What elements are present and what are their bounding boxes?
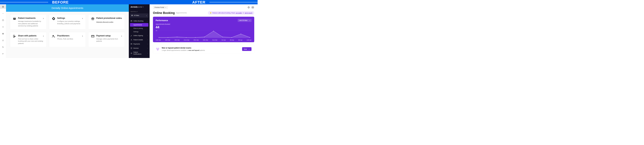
credit-card-icon xyxy=(91,34,94,38)
x-axis-tick: 22nd Mar xyxy=(184,39,190,41)
x-axis-tick: 3rd Apr xyxy=(222,39,226,41)
subnav-settings[interactable]: Settings xyxy=(129,30,150,34)
globe-icon[interactable] xyxy=(247,6,250,8)
svg-rect-27 xyxy=(92,35,94,37)
svg-point-37 xyxy=(168,37,168,38)
x-axis-tick: 28th Mar xyxy=(203,39,208,41)
svg-rect-5 xyxy=(3,6,4,7)
tip-link-guide[interactable]: our guide xyxy=(236,12,242,14)
period-selector[interactable]: Last 30 days ⌄ xyxy=(238,19,252,22)
gift-icon xyxy=(91,17,94,20)
building-icon: 🏛 xyxy=(131,14,133,16)
info-title: New or lapsed patient dental exams xyxy=(162,47,205,49)
card-patient-treatments[interactable]: Patient treatmentsManage treatments book… xyxy=(10,14,46,29)
nav-label: Customise xyxy=(133,58,140,58)
card-settings[interactable]: SettingsConfigure your practice settings… xyxy=(49,14,86,29)
brand-logo: dentally portal ✦ xyxy=(129,4,150,10)
user-avatar[interactable]: AM xyxy=(251,6,254,9)
chevron-right-icon: › xyxy=(148,58,148,58)
svg-rect-22 xyxy=(14,19,15,19)
svg-rect-30 xyxy=(131,44,132,44)
rail-item-user[interactable] xyxy=(0,45,6,49)
before-card-grid: Patient treatmentsManage treatments book… xyxy=(6,12,129,50)
after-sidebar: dentally portal ✦ DENTALLY 🏛 All Sites ⌄… xyxy=(129,4,150,58)
card-title: Share with patients xyxy=(18,34,44,37)
chevron-right-icon: › xyxy=(82,17,83,20)
performance-panel: Performance Last 30 days ⌄ Appointments … xyxy=(153,17,254,42)
svg-rect-4 xyxy=(3,6,3,7)
tip-text: Reduce calls about booking. Read xyxy=(212,12,235,14)
card-share[interactable]: Share with patientsFind out how to share… xyxy=(10,32,46,47)
rail-item-apps[interactable] xyxy=(0,5,6,9)
rail-item-list[interactable] xyxy=(0,52,6,56)
card-desc: Find out how to share online booking wit… xyxy=(18,38,44,44)
chevron-right-icon: › xyxy=(121,34,122,38)
manage-codes-link[interactable]: Manage discount codes xyxy=(96,21,113,23)
nav-label: Online Booking xyxy=(133,20,144,22)
pen-icon xyxy=(130,35,132,36)
tip-link-contact[interactable]: get in touch xyxy=(245,12,252,14)
nav-notifications[interactable]: Patient Notifications › xyxy=(129,50,150,56)
x-axis-tick: 12th Apr xyxy=(246,39,252,41)
header-divider xyxy=(0,2,48,2)
nav-online-booking[interactable]: Online Booking ⌄ xyxy=(129,19,150,23)
svg-point-45 xyxy=(241,34,241,34)
x-axis-tick: 25th Mar xyxy=(194,39,199,41)
svg-rect-28 xyxy=(131,20,132,22)
svg-point-40 xyxy=(195,37,196,38)
before-panel: Dentally Online Appointments Patient tre… xyxy=(0,4,129,58)
svg-rect-2 xyxy=(3,6,4,6)
device-icon xyxy=(130,47,132,49)
chevron-right-icon: › xyxy=(43,34,44,38)
nav-devices[interactable]: Devices › xyxy=(129,46,150,50)
chevron-right-icon: › xyxy=(148,35,148,36)
site-selector-value: All Sites xyxy=(134,14,139,16)
svg-rect-20 xyxy=(14,17,15,18)
bell-icon xyxy=(130,52,132,54)
page-subtitle: Appointments xyxy=(176,12,187,14)
x-axis-tick: 31st Mar xyxy=(212,39,217,41)
metric-value: 44 xyxy=(156,25,252,29)
treatments-icon xyxy=(13,17,16,20)
svg-point-11 xyxy=(3,27,3,27)
x-axis-tick: 13th Mar xyxy=(156,39,161,41)
rail-item-share[interactable] xyxy=(0,38,6,42)
arrow-right-icon: → xyxy=(165,6,166,8)
new-button[interactable]: New ⌄ xyxy=(242,47,252,51)
nav-patient-details[interactable]: Patient Details › xyxy=(129,38,150,42)
nav-customise[interactable]: Customise › xyxy=(129,56,150,58)
layout-icon xyxy=(130,58,132,58)
preview-portal-button[interactable]: Preview Portal → xyxy=(153,6,168,9)
card-desc: Configure your practice settings, brandi… xyxy=(57,20,83,25)
svg-point-15 xyxy=(3,47,4,48)
site-selector[interactable]: 🏛 All Sites ⌄ xyxy=(130,14,148,18)
svg-point-29 xyxy=(131,39,132,40)
card-icon xyxy=(130,43,132,45)
brand-name: dentally xyxy=(130,6,138,8)
before-label: BEFORE xyxy=(52,0,68,4)
after-panel: dentally portal ✦ DENTALLY 🏛 All Sites ⌄… xyxy=(129,4,258,58)
handshake-icon xyxy=(156,47,160,51)
user-icon xyxy=(130,39,132,40)
svg-point-14 xyxy=(2,46,3,47)
card-title: Settings xyxy=(57,17,83,19)
chevron-right-icon: › xyxy=(43,17,44,20)
svg-rect-0 xyxy=(2,6,2,6)
x-axis-tick: 9th Apr xyxy=(238,39,242,41)
rail-item-minimize[interactable] xyxy=(0,12,6,16)
card-desc: Manage treatments bookable by new patien… xyxy=(18,20,44,27)
rail-item-briefcase[interactable] xyxy=(0,18,6,22)
subnav-appointments[interactable]: Appointments xyxy=(130,23,148,27)
rail-item-gift[interactable] xyxy=(0,32,6,36)
card-desc: Photos, Role and Bios xyxy=(57,38,73,40)
card-payment[interactable]: Payment setupManage online payments from… xyxy=(88,32,125,47)
nav-online-signing[interactable]: Online Signing › xyxy=(129,34,150,38)
card-practitioners[interactable]: PractitionersPhotos, Role and Bios › xyxy=(49,32,86,47)
gear-icon xyxy=(52,17,55,20)
subnav-plans[interactable]: Plans & pricing xyxy=(129,26,150,30)
card-title: Payment setup xyxy=(96,34,122,37)
svg-rect-3 xyxy=(2,6,2,7)
rail-item-settings[interactable] xyxy=(0,25,6,29)
card-promo-codes[interactable]: Patient promotional codesManage discount… xyxy=(88,14,125,29)
nav-payments[interactable]: Payments › xyxy=(129,42,150,46)
